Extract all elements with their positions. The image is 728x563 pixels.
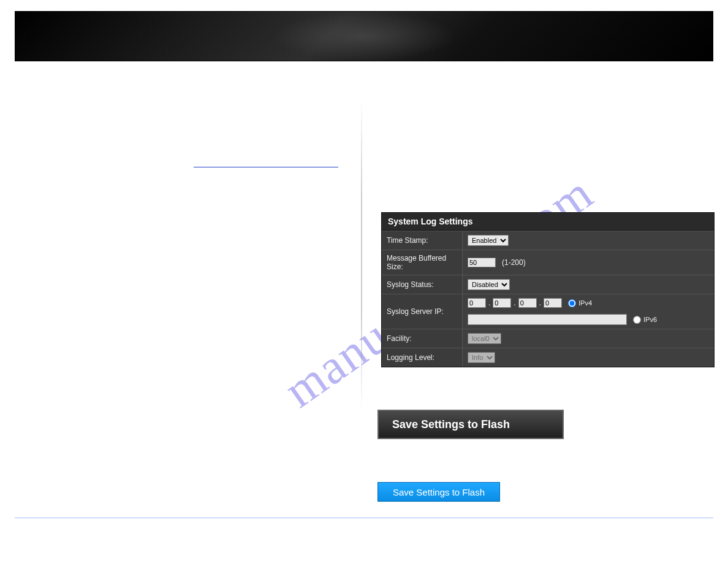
label-syslog-server-ip: Syslog Server IP: [382,294,463,329]
ip-dot: . [514,299,515,307]
input-ip-octet-3[interactable] [518,298,537,308]
page-header-banner [15,11,713,61]
label-ipv4: IPv4 [578,299,592,307]
system-log-settings-panel: System Log Settings Time Stamp: Enabled … [381,212,715,367]
input-message-buffered-size[interactable] [468,258,496,267]
select-logging-level[interactable]: Info [468,352,495,363]
input-ip-octet-4[interactable] [544,298,562,308]
ip-dot: . [488,299,490,307]
label-logging-level: Logging Level: [382,348,463,367]
label-facility: Facility: [382,329,463,348]
radio-ipv6[interactable] [633,316,641,324]
select-facility[interactable]: local0 [468,333,501,344]
input-ip-octet-1[interactable] [468,298,486,308]
select-syslog-status[interactable]: Disabled [468,279,510,290]
footer-divider [15,518,713,518]
label-message-buffered-size: Message Buffered Size: [382,250,463,275]
row-time-stamp: Time Stamp: Enabled [382,231,714,250]
select-time-stamp[interactable]: Enabled [468,235,509,246]
row-logging-level: Logging Level: Info [382,348,714,367]
section-link-underline[interactable] [194,167,338,167]
hint-message-buffered-size: (1-200) [502,258,526,267]
label-time-stamp: Time Stamp: [382,231,463,250]
panel-title: System Log Settings [382,213,714,231]
row-message-buffered-size: Message Buffered Size: (1-200) [382,250,714,275]
save-settings-blue-button[interactable]: Save Settings to Flash [377,482,500,502]
ip-dot: . [539,299,541,307]
row-syslog-server-ip: Syslog Server IP: . . . IPv4 IPv6 [382,294,714,329]
row-syslog-status: Syslog Status: Disabled [382,275,714,294]
label-ipv6: IPv6 [643,316,657,323]
save-settings-dark-button[interactable]: Save Settings to Flash [377,410,564,439]
row-facility: Facility: local0 [382,329,714,348]
label-syslog-status: Syslog Status: [382,275,463,294]
save-settings-dark-label: Save Settings to Flash [392,418,510,431]
input-ipv6-address[interactable] [468,314,627,325]
radio-ipv4[interactable] [568,299,576,307]
save-settings-blue-label: Save Settings to Flash [393,487,485,497]
column-divider [361,98,362,411]
input-ip-octet-2[interactable] [493,298,511,308]
